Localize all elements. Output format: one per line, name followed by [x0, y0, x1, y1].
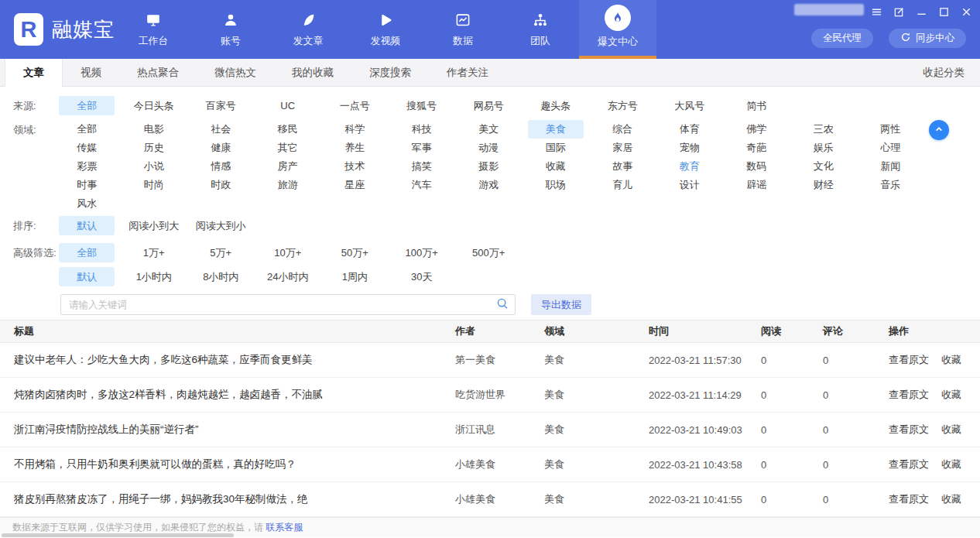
article-title[interactable]: 炖猪肉卤猪肉时，多放这2样香料，肉越炖越烂，越卤越香，不油腻 — [14, 388, 455, 402]
category-chip[interactable]: 动漫 — [455, 139, 523, 157]
category-chip[interactable]: 军事 — [389, 139, 456, 157]
close-icon[interactable] — [960, 5, 972, 18]
view-original-link[interactable]: 查看原文 — [889, 457, 929, 471]
category-chip[interactable]: 三农 — [790, 120, 858, 139]
category-chip[interactable]: 全部 — [53, 120, 121, 139]
sync-center-button[interactable]: 同步中心 — [889, 29, 966, 48]
category-chip[interactable]: 音乐 — [857, 176, 924, 194]
menu-icon[interactable] — [870, 5, 882, 18]
time-chip[interactable]: 8小时内 — [187, 267, 255, 286]
agent-button[interactable]: 全民代理 — [811, 29, 873, 48]
category-chip[interactable]: 设计 — [656, 176, 724, 194]
maximize-icon[interactable] — [937, 5, 950, 18]
tab-wechat-hot[interactable]: 微信热文 — [197, 59, 274, 86]
category-chip[interactable]: 社会 — [187, 120, 255, 139]
nav-workbench[interactable]: 工作台 — [115, 0, 192, 59]
sort-chip[interactable]: 默认 — [59, 216, 115, 235]
category-chip[interactable]: 游戏 — [455, 176, 523, 194]
nav-publish-video[interactable]: 发视频 — [347, 0, 424, 59]
sort-chip[interactable]: 阅读大到小 — [187, 216, 255, 235]
category-chip[interactable]: 文化 — [790, 157, 858, 176]
collapse-categories-button[interactable] — [929, 120, 949, 140]
category-chip[interactable]: 小说 — [121, 157, 188, 176]
tab-hot-topics[interactable]: 热点聚合 — [119, 59, 197, 86]
category-chip[interactable]: 科技 — [389, 120, 456, 139]
source-chip[interactable]: 百家号 — [187, 96, 255, 115]
view-original-link[interactable]: 查看原文 — [889, 388, 929, 402]
category-chip[interactable]: 娱乐 — [790, 139, 858, 157]
category-chip[interactable]: 财经 — [790, 176, 858, 194]
nav-publish-article[interactable]: 发文章 — [269, 0, 347, 59]
category-chip[interactable]: 历史 — [121, 139, 188, 157]
category-chip[interactable]: 情感 — [187, 157, 255, 176]
category-chip[interactable]: 健康 — [187, 139, 255, 157]
category-chip[interactable]: 奇葩 — [723, 139, 790, 157]
category-chip[interactable]: 新闻 — [857, 157, 924, 176]
category-chip[interactable]: 房产 — [255, 157, 322, 176]
source-chip[interactable]: UC — [255, 96, 322, 115]
tab-videos[interactable]: 视频 — [63, 59, 119, 86]
reads-chip[interactable]: 1万+ — [121, 243, 188, 262]
time-chip[interactable]: 默认 — [59, 267, 115, 286]
source-chip[interactable]: 简书 — [723, 96, 790, 115]
minimize-icon[interactable] — [915, 5, 927, 18]
compose-icon[interactable] — [893, 5, 905, 18]
category-chip[interactable]: 时尚 — [121, 176, 188, 194]
source-chip[interactable]: 网易号 — [455, 96, 523, 115]
category-chip[interactable]: 体育 — [656, 120, 724, 139]
category-chip[interactable]: 养生 — [321, 139, 389, 157]
category-chip[interactable]: 搞笑 — [389, 157, 456, 176]
contact-support-link[interactable]: 联系客服 — [266, 522, 303, 533]
category-chip[interactable]: 其它 — [255, 139, 322, 157]
favorite-link[interactable]: 收藏 — [941, 388, 961, 402]
tab-deep-search[interactable]: 深度搜索 — [351, 59, 429, 86]
category-chip[interactable]: 科学 — [321, 120, 389, 139]
category-chip[interactable]: 美文 — [455, 120, 523, 139]
article-title[interactable]: 建议中老年人：少吃大鱼大肉，多吃这6种蔬菜，应季而食更鲜美 — [14, 353, 455, 367]
category-chip[interactable]: 佛学 — [723, 120, 790, 139]
tab-followed-authors[interactable]: 作者关注 — [429, 59, 506, 86]
category-chip[interactable]: 传媒 — [53, 139, 121, 157]
source-chip[interactable]: 大风号 — [656, 96, 724, 115]
category-chip[interactable]: 综合 — [589, 120, 656, 139]
favorite-link[interactable]: 收藏 — [941, 423, 961, 437]
article-title[interactable]: 猪皮别再熬猪皮冻了，用绳子一绑，妈妈教我30年秘制做法，绝 — [14, 492, 455, 506]
category-chip[interactable]: 移民 — [255, 120, 322, 139]
category-chip[interactable]: 时政 — [187, 176, 255, 194]
favorite-link[interactable]: 收藏 — [941, 457, 961, 471]
category-chip[interactable]: 宠物 — [656, 139, 724, 157]
horizontal-scrollbar[interactable] — [2, 533, 234, 537]
category-chip[interactable]: 彩票 — [53, 157, 121, 176]
nav-data[interactable]: 数据 — [424, 0, 502, 59]
tab-articles[interactable]: 文章 — [5, 59, 63, 87]
time-chip[interactable]: 24小时内 — [255, 267, 322, 286]
reads-chip[interactable]: 50万+ — [321, 243, 389, 262]
article-title[interactable]: 浙江南浔疫情防控战线上的美丽“逆行者” — [14, 423, 455, 437]
view-original-link[interactable]: 查看原文 — [889, 353, 929, 367]
category-chip[interactable]: 家居 — [589, 139, 656, 157]
view-original-link[interactable]: 查看原文 — [889, 423, 929, 437]
reads-chip[interactable]: 5万+ — [187, 243, 255, 262]
source-chip[interactable]: 一点号 — [321, 96, 389, 115]
category-chip[interactable]: 收藏 — [523, 157, 590, 176]
source-chip[interactable]: 东方号 — [589, 96, 656, 115]
collapse-categories-link[interactable]: 收起分类 — [923, 59, 980, 86]
tab-my-favorites[interactable]: 我的收藏 — [274, 59, 351, 86]
category-chip[interactable]: 星座 — [321, 176, 389, 194]
category-chip[interactable]: 数码 — [723, 157, 790, 176]
category-chip[interactable]: 旅游 — [255, 176, 322, 194]
category-chip[interactable]: 时事 — [53, 176, 121, 194]
source-chip[interactable]: 今日头条 — [121, 96, 188, 115]
favorite-link[interactable]: 收藏 — [941, 492, 961, 506]
search-input[interactable] — [61, 300, 490, 310]
reads-chip[interactable]: 10万+ — [255, 243, 322, 262]
nav-accounts[interactable]: 账号 — [192, 0, 269, 59]
time-chip[interactable]: 1小时内 — [121, 267, 188, 286]
category-chip[interactable]: 汽车 — [389, 176, 456, 194]
category-chip[interactable]: 美食 — [528, 120, 584, 139]
time-chip[interactable]: 30天 — [389, 267, 456, 286]
source-chip[interactable]: 趣头条 — [523, 96, 590, 115]
category-chip[interactable]: 心理 — [857, 139, 924, 157]
reads-chip[interactable]: 100万+ — [389, 243, 456, 262]
time-chip[interactable]: 1周内 — [321, 267, 389, 286]
